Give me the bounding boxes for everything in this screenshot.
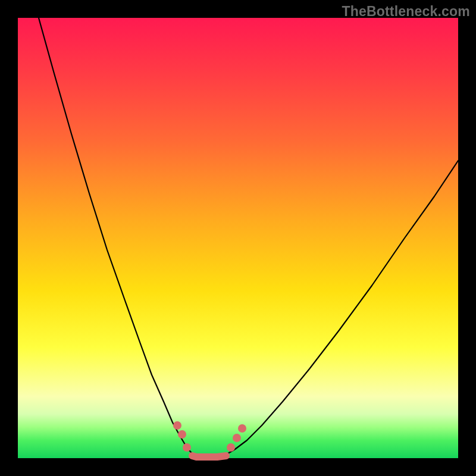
series-right-curve [226, 161, 458, 455]
series-left-curve [39, 18, 193, 455]
left-dot-1 [173, 421, 181, 430]
plot-area [18, 18, 458, 458]
left-dot-2 [178, 430, 186, 439]
watermark-text: TheBottleneck.com [342, 4, 470, 20]
left-dot-3 [183, 443, 191, 452]
right-dot-2 [233, 434, 241, 442]
right-dot-3 [238, 424, 246, 433]
right-dot-1 [227, 443, 235, 452]
chart-frame: TheBottleneck.com [0, 0, 476, 476]
series-bottom-band [192, 456, 226, 457]
curves-svg [18, 18, 458, 458]
